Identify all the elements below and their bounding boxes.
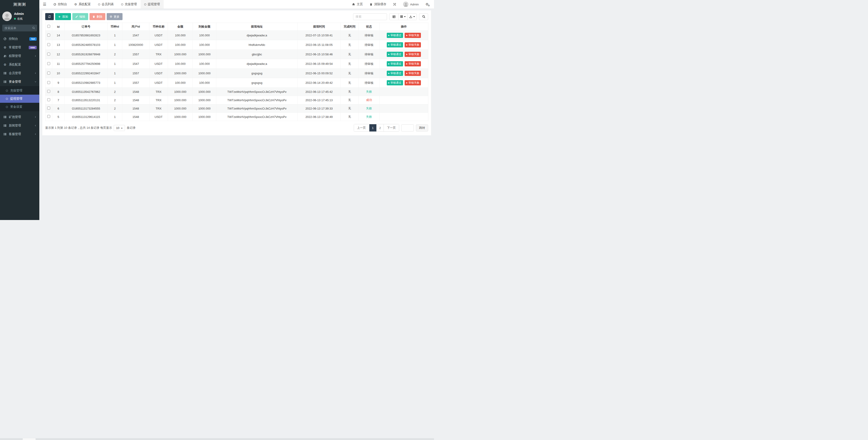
select-all-cell xyxy=(45,23,52,31)
refresh-icon xyxy=(48,15,51,18)
cell-status: 待审核 xyxy=(359,69,379,78)
search-icon xyxy=(32,27,35,29)
fullscreen-button[interactable] xyxy=(390,0,400,8)
sidebar-item-recharge[interactable]: 充值管理 xyxy=(0,87,39,95)
tab-console[interactable]: 控制台 xyxy=(50,0,71,8)
jump-button[interactable]: 跳转 xyxy=(416,125,428,131)
avatar xyxy=(2,11,12,21)
approve-button[interactable]: ▶审核通过 xyxy=(387,61,403,66)
page-button-1[interactable]: 1 xyxy=(369,124,377,131)
toggle-view-button[interactable] xyxy=(390,13,399,20)
home-link[interactable]: 主页 xyxy=(348,0,366,8)
row-checkbox[interactable] xyxy=(47,81,50,84)
table-body: 14 O1657853981692823 1 1547 USDT 100.000… xyxy=(45,31,428,121)
user-menu[interactable]: Admin xyxy=(400,0,422,8)
page-button-2[interactable]: 2 xyxy=(377,124,384,131)
hamburger-icon[interactable]: ☰ xyxy=(39,0,50,8)
table-search-input[interactable] xyxy=(353,13,387,20)
sidebar-item-support[interactable]: 客服管理 xyxy=(0,130,39,138)
cell-coin-name: TRX xyxy=(149,88,168,96)
cell-actions xyxy=(379,104,428,113)
cell-received-amount: 1000.000 xyxy=(193,113,216,121)
next-page-button[interactable]: 下一页 xyxy=(384,124,399,131)
sidebar-menu-lower: 矿池管理 新闻管理 客服管理 xyxy=(0,111,39,138)
cell-coin-id: 1 xyxy=(107,40,122,50)
sidebar-search-input[interactable] xyxy=(2,25,37,31)
add-button[interactable]: 添加 xyxy=(55,13,71,20)
sidebar-item-withdraw[interactable]: 提现管理 xyxy=(0,95,39,103)
tab-recharge[interactable]: 充值管理 xyxy=(118,0,141,8)
play-icon: ▶ xyxy=(388,82,390,84)
export-button[interactable] xyxy=(408,13,416,20)
cell-id: 9 xyxy=(52,78,65,88)
approve-button[interactable]: ▶审核通过 xyxy=(387,80,403,86)
row-checkbox[interactable] xyxy=(47,43,50,46)
sidebar-item-general[interactable]: ⚙ 常规管理 new xyxy=(0,43,39,52)
tab-withdraw[interactable]: 提现管理 xyxy=(141,0,164,8)
reject-button[interactable]: ▶审核失败 xyxy=(405,52,421,57)
tab-member-list[interactable]: 会员列表 xyxy=(94,0,118,8)
row-checkbox[interactable] xyxy=(47,98,50,101)
reject-button[interactable]: ▶审核失败 xyxy=(405,61,421,66)
circle-icon xyxy=(144,3,146,5)
prev-page-button[interactable]: 上一页 xyxy=(354,124,369,131)
caret-down-icon xyxy=(413,16,415,17)
row-checkbox[interactable] xyxy=(47,115,50,118)
cell-status: 失败 xyxy=(359,88,379,96)
row-checkbox[interactable] xyxy=(47,62,50,65)
approve-button[interactable]: ▶审核通过 xyxy=(387,42,403,47)
chevron-left-icon xyxy=(34,55,37,57)
cell-order-number: O1655113129614115 xyxy=(65,113,107,121)
reject-button[interactable]: ▶审核失败 xyxy=(405,80,421,86)
search-icon xyxy=(422,15,426,18)
approve-button[interactable]: ▶审核通过 xyxy=(387,71,403,76)
settings-button[interactable]: ⚙⚙ xyxy=(422,0,434,8)
reject-button[interactable]: ▶审核失败 xyxy=(405,71,421,76)
approve-button[interactable]: ▶审核通过 xyxy=(387,52,403,57)
select-all-checkbox[interactable] xyxy=(47,25,50,28)
view-button-group xyxy=(389,13,417,20)
cell-coin-name: USDT xyxy=(149,113,168,121)
sidebar-item-mining-pool[interactable]: 矿池管理 xyxy=(0,113,39,121)
sidebar: 测测测 Admin 在线 控制台 hot ⚙ 常规管理 new xyxy=(0,0,39,220)
status-text: 失败 xyxy=(366,115,372,119)
cell-actions: ▶审核通过 ▶审核失败 xyxy=(379,59,428,69)
delete-button[interactable]: 删除 xyxy=(90,13,105,20)
columns-button[interactable] xyxy=(399,13,408,20)
sidebar-item-members[interactable]: 会员管理 xyxy=(0,69,39,77)
pagination-info-suffix: 条记录 xyxy=(127,126,135,130)
row-checkbox[interactable] xyxy=(47,34,50,37)
search-submit-button[interactable] xyxy=(419,13,428,20)
list-icon xyxy=(3,115,7,119)
cell-amount: 100.000 xyxy=(168,31,193,40)
row-checkbox[interactable] xyxy=(47,90,50,93)
reject-button[interactable]: ▶审核失败 xyxy=(405,33,421,38)
row-checkbox[interactable] xyxy=(47,72,50,74)
edit-button[interactable]: 编辑 xyxy=(72,13,88,20)
cell-withdraw-address: hhdfukmvfdc xyxy=(216,40,298,50)
clear-cache-link[interactable]: 清除缓存 xyxy=(366,0,390,8)
sidebar-item-permissions[interactable]: 权限管理 xyxy=(0,52,39,60)
page-size-select[interactable]: 10▲ xyxy=(114,125,125,131)
cell-coin-name: USDT xyxy=(149,31,168,40)
cell-user-id: 1548 xyxy=(122,88,149,96)
reject-button[interactable]: ▶审核失败 xyxy=(405,42,421,47)
jump-page-input[interactable] xyxy=(401,125,414,131)
tab-system-config[interactable]: ⚙系统配置 xyxy=(71,0,94,8)
more-button[interactable]: ⚙更多 xyxy=(107,13,123,20)
row-checkbox[interactable] xyxy=(47,107,50,109)
sidebar-item-fund-settings[interactable]: 资金设置 xyxy=(0,103,39,111)
funds-submenu: 充值管理 提现管理 资金设置 xyxy=(0,86,39,111)
sidebar-item-news[interactable]: 新闻管理 xyxy=(0,121,39,130)
row-checkbox-cell xyxy=(45,96,52,104)
refresh-button[interactable] xyxy=(45,13,54,20)
sidebar-item-console[interactable]: 控制台 hot xyxy=(0,35,39,43)
cell-finish-time: 无 xyxy=(341,113,359,121)
sidebar-item-funds[interactable]: 资金管理 xyxy=(0,77,39,86)
row-checkbox[interactable] xyxy=(47,53,50,56)
approve-button[interactable]: ▶审核通过 xyxy=(387,33,403,38)
cell-coin-id: 2 xyxy=(107,104,122,113)
play-icon: ▶ xyxy=(388,44,390,46)
status-text: 待审核 xyxy=(365,53,373,56)
sidebar-item-system-config[interactable]: ⚙ 系统配置 xyxy=(0,60,39,69)
